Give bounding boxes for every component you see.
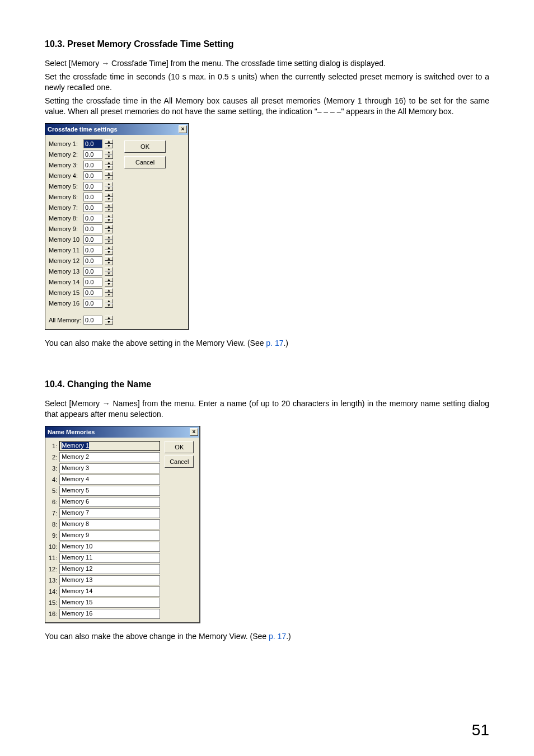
- spinner-up-icon[interactable]: ▲: [105, 161, 113, 165]
- crossfade-time-input[interactable]: [83, 267, 102, 276]
- spinner-down-icon[interactable]: ▼: [105, 229, 113, 233]
- spinner-up-icon[interactable]: ▲: [105, 150, 113, 154]
- spinner-down-icon[interactable]: ▼: [105, 154, 113, 159]
- memory-name-value: Memory 15: [62, 599, 92, 605]
- spinner-up-icon[interactable]: ▲: [105, 192, 113, 197]
- memory-name-input[interactable]: Memory 6: [59, 497, 160, 507]
- memory-name-input[interactable]: Memory 3: [59, 463, 160, 473]
- spinner-down-icon[interactable]: ▼: [105, 197, 113, 201]
- crossfade-time-input[interactable]: [83, 182, 102, 191]
- memory-name-input[interactable]: Memory 2: [59, 452, 160, 462]
- crossfade-time-input[interactable]: [83, 203, 102, 212]
- crossfade-time-input[interactable]: [83, 235, 102, 244]
- spinner-up-icon[interactable]: ▲: [105, 171, 113, 176]
- memory-name-value: Memory 6: [62, 498, 89, 505]
- memory-name-value: Memory 16: [62, 610, 92, 617]
- memory-name-input[interactable]: Memory 5: [59, 486, 160, 496]
- crossfade-time-input[interactable]: [83, 192, 102, 201]
- spinner-down-icon[interactable]: ▼: [105, 271, 113, 276]
- memory-name-input[interactable]: Memory 8: [59, 519, 160, 529]
- row-index: 3:: [49, 465, 57, 472]
- memory-name-input[interactable]: Memory 12: [59, 564, 160, 574]
- ok-button[interactable]: OK: [165, 441, 194, 453]
- memory-name-input[interactable]: Memory 1: [59, 441, 160, 451]
- dialog-title: Crossfade time settings: [48, 126, 118, 133]
- spinner-up-icon[interactable]: ▲: [105, 299, 113, 303]
- memory-label: Memory 1:: [49, 140, 81, 147]
- memory-name-input[interactable]: Memory 11: [59, 553, 160, 563]
- spinner-down-icon[interactable]: ▼: [105, 320, 113, 325]
- spinner-down-icon[interactable]: ▼: [105, 250, 113, 255]
- memory-label: Memory 14: [49, 279, 81, 285]
- spinner-down-icon[interactable]: ▼: [105, 282, 113, 287]
- crossfade-time-input[interactable]: [83, 161, 102, 170]
- crossfade-time-input[interactable]: [83, 299, 102, 308]
- spinner-down-icon[interactable]: ▼: [105, 186, 113, 191]
- spinner-up-icon[interactable]: ▲: [105, 316, 113, 320]
- spinner-down-icon[interactable]: ▼: [105, 240, 113, 244]
- crossfade-time-input[interactable]: [83, 288, 102, 297]
- crossfade-time-input[interactable]: [83, 224, 102, 233]
- spinner-down-icon[interactable]: ▼: [105, 303, 113, 308]
- note-pre: You can also make the above setting in t…: [45, 339, 266, 348]
- memory-name-input[interactable]: Memory 4: [59, 475, 160, 485]
- memory-name-value: Memory 2: [62, 453, 89, 460]
- row-index: 13:: [49, 577, 57, 584]
- cancel-button[interactable]: Cancel: [165, 456, 194, 468]
- spinner-buttons: ▲▼: [105, 214, 113, 223]
- crossfade-time-input[interactable]: [83, 171, 102, 180]
- memory-label: Memory 7:: [49, 204, 81, 211]
- spinner-down-icon[interactable]: ▼: [105, 208, 113, 212]
- spinner-up-icon[interactable]: ▲: [105, 235, 113, 240]
- close-icon[interactable]: ×: [179, 125, 187, 133]
- spinner-down-icon[interactable]: ▼: [105, 293, 113, 297]
- spinner-down-icon[interactable]: ▼: [105, 218, 113, 223]
- memory-name-input[interactable]: Memory 10: [59, 542, 160, 552]
- crossfade-time-input[interactable]: [83, 214, 102, 223]
- spinner-up-icon[interactable]: ▲: [105, 214, 113, 218]
- page-link[interactable]: p. 17: [269, 632, 286, 641]
- ok-button[interactable]: OK: [124, 140, 166, 153]
- memory-name-input[interactable]: Memory 16: [59, 609, 160, 619]
- close-icon[interactable]: ×: [190, 428, 198, 436]
- memory-name-input[interactable]: Memory 14: [59, 586, 160, 597]
- crossfade-time-input[interactable]: [83, 246, 102, 255]
- spinner-buttons: ▲▼: [105, 246, 113, 255]
- spinner-up-icon[interactable]: ▲: [105, 288, 113, 293]
- crossfade-dialog: Crossfade time settings × Memory 1:▲▼Mem…: [45, 123, 189, 330]
- crossfade-time-input[interactable]: [83, 139, 102, 148]
- spinner-up-icon[interactable]: ▲: [105, 246, 113, 250]
- cancel-button[interactable]: Cancel: [124, 156, 166, 168]
- spinner-buttons: ▲▼: [105, 278, 113, 287]
- spinner-down-icon[interactable]: ▼: [105, 176, 113, 180]
- memory-name-input[interactable]: Memory 9: [59, 530, 160, 541]
- row-index: 7:: [49, 510, 57, 516]
- memory-name-value: Memory 1: [62, 442, 89, 449]
- row-index: 4:: [49, 476, 57, 483]
- page-link[interactable]: p. 17: [266, 339, 283, 348]
- memory-name-input[interactable]: Memory 7: [59, 508, 160, 518]
- memory-label: Memory 10: [49, 236, 81, 243]
- spinner-down-icon[interactable]: ▼: [105, 144, 113, 148]
- spinner-buttons: ▲▼: [105, 139, 113, 148]
- spinner-up-icon[interactable]: ▲: [105, 267, 113, 271]
- memory-name-value: Memory 7: [62, 509, 89, 516]
- memory-label: Memory 12: [49, 257, 81, 264]
- all-memory-input[interactable]: [83, 316, 102, 325]
- spinner-up-icon[interactable]: ▲: [105, 139, 113, 144]
- crossfade-time-input[interactable]: [83, 256, 102, 265]
- page-number: 51: [472, 721, 489, 739]
- spinner-up-icon[interactable]: ▲: [105, 224, 113, 229]
- memory-name-input[interactable]: Memory 13: [59, 575, 160, 585]
- spinner-up-icon[interactable]: ▲: [105, 182, 113, 186]
- spinner-up-icon[interactable]: ▲: [105, 203, 113, 208]
- row-index: 8:: [49, 521, 57, 528]
- spinner-up-icon[interactable]: ▲: [105, 256, 113, 261]
- spinner-up-icon[interactable]: ▲: [105, 278, 113, 282]
- crossfade-time-input[interactable]: [83, 150, 102, 159]
- memory-name-input[interactable]: Memory 15: [59, 598, 160, 608]
- crossfade-time-input[interactable]: [83, 278, 102, 287]
- spinner-down-icon[interactable]: ▼: [105, 261, 113, 265]
- spinner-buttons: ▲▼: [105, 192, 113, 201]
- spinner-down-icon[interactable]: ▼: [105, 165, 113, 170]
